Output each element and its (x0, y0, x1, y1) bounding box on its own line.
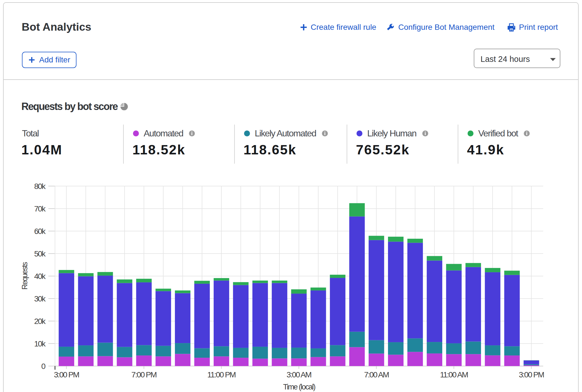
svg-text:40k: 40k (34, 272, 46, 281)
svg-text:80k: 80k (34, 182, 46, 191)
svg-text:7:00 AM: 7:00 AM (364, 370, 389, 379)
svg-text:3:00 PM: 3:00 PM (519, 370, 544, 379)
svg-text:60k: 60k (34, 227, 46, 236)
svg-text:0: 0 (41, 362, 46, 371)
svg-text:20k: 20k (34, 317, 46, 326)
svg-text:Time (local): Time (local) (283, 383, 315, 391)
svg-text:70k: 70k (34, 204, 46, 213)
svg-text:3:00 PM: 3:00 PM (54, 370, 79, 379)
svg-text:10k: 10k (34, 339, 46, 348)
svg-text:11:00 PM: 11:00 PM (207, 370, 236, 379)
svg-text:7:00 PM: 7:00 PM (131, 370, 157, 379)
svg-text:30k: 30k (34, 294, 46, 303)
svg-text:50k: 50k (34, 249, 46, 258)
svg-text:3:00 AM: 3:00 AM (287, 370, 311, 379)
svg-text:Requests: Requests (21, 262, 29, 290)
svg-text:11:00 AM: 11:00 AM (440, 370, 468, 379)
